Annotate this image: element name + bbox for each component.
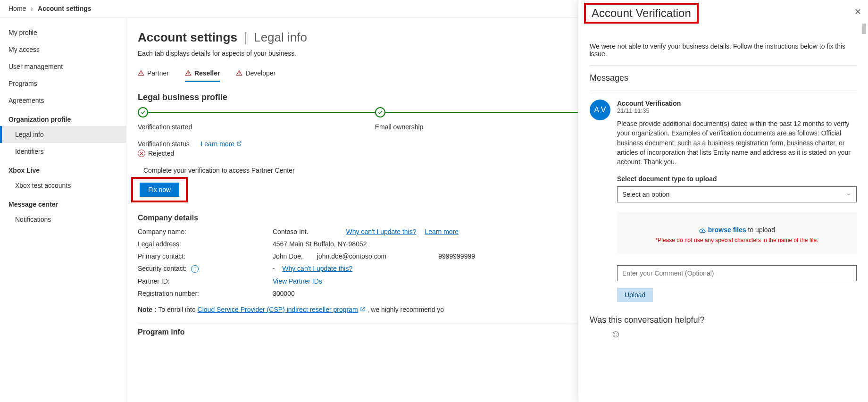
breadcrumb-separator-icon: › — [31, 5, 33, 12]
security-contact-value: - — [273, 265, 275, 272]
legal-address-label: Legal address: — [138, 240, 270, 248]
fix-now-highlight: Fix now — [131, 177, 188, 202]
tab-reseller[interactable]: Reseller — [185, 69, 220, 82]
tab-developer[interactable]: Developer — [236, 69, 275, 82]
page-title: Account settings — [138, 30, 237, 45]
title-separator: | — [244, 30, 247, 45]
company-name-label: Company name: — [138, 228, 270, 235]
helpful-prompt: Was this conversation helpful? — [590, 315, 857, 325]
primary-contact-phone: 9999999999 — [438, 252, 475, 260]
panel-title: Account Verification — [592, 7, 691, 20]
message-body: Please provide additional document(s) da… — [617, 119, 857, 167]
document-type-select[interactable]: Select an option — [617, 186, 857, 202]
csp-program-link[interactable]: Cloud Service Provider (CSP) indirect re… — [198, 306, 366, 313]
sidebar-item-xbox-test-accounts[interactable]: Xbox test accounts — [0, 177, 126, 194]
learn-more-link[interactable]: Learn more — [201, 140, 242, 148]
primary-contact-name: John Doe, — [273, 252, 303, 260]
sidebar-item-identifiers[interactable]: Identifiers — [0, 143, 126, 160]
tab-partner[interactable]: Partner — [138, 69, 169, 82]
rejected-status: Rejected — [148, 150, 174, 157]
svg-point-1 — [141, 74, 141, 75]
sidebar-header-message-center: Message center — [0, 194, 126, 211]
info-icon[interactable]: i — [191, 265, 199, 273]
panel-description: We were not able to verify your business… — [590, 42, 857, 58]
tab-label: Partner — [147, 69, 169, 77]
step-label: Email ownership — [375, 123, 612, 131]
messages-header: Messages — [590, 73, 857, 83]
sidebar-item-programs[interactable]: Programs — [0, 75, 126, 92]
breadcrumb-current: Account settings — [38, 5, 92, 12]
verification-status-label: Verification status — [138, 140, 190, 148]
sidebar-item-my-access[interactable]: My access — [0, 41, 126, 58]
svg-point-5 — [239, 74, 240, 75]
fix-now-button[interactable]: Fix now — [140, 183, 179, 197]
chevron-down-icon — [846, 192, 851, 197]
warning-icon — [185, 70, 192, 76]
dropzone-warning: *Please do not use any special character… — [626, 237, 847, 243]
check-icon — [138, 107, 148, 117]
learn-more-link-2[interactable]: Learn more — [425, 228, 459, 235]
security-contact-label: Security contact: i — [138, 265, 270, 273]
why-cant-update-link-2[interactable]: Why can't I update this? — [282, 265, 352, 272]
close-icon[interactable]: ✕ — [854, 7, 861, 17]
sidebar: My profile My access User management Pro… — [0, 17, 126, 402]
partner-id-label: Partner ID: — [138, 277, 270, 285]
sidebar-item-agreements[interactable]: Agreements — [0, 92, 126, 109]
primary-contact-label: Primary contact: — [138, 252, 270, 260]
rejected-icon — [138, 150, 145, 157]
account-verification-panel: ✕ Account Verification We were not able … — [578, 0, 868, 402]
panel-title-highlight: Account Verification — [584, 3, 699, 24]
company-name-value: Contoso Int. — [273, 228, 309, 235]
sidebar-item-user-management[interactable]: User management — [0, 58, 126, 75]
registration-number-label: Registration number: — [138, 290, 270, 297]
upload-cloud-icon — [699, 227, 706, 234]
breadcrumb-home[interactable]: Home — [8, 5, 26, 12]
sidebar-header-org-profile: Organization profile — [0, 109, 126, 126]
sidebar-header-xbox-live: Xbox Live — [0, 160, 126, 177]
message-title: Account Verification — [617, 100, 857, 107]
page-subtitle: Legal info — [254, 30, 307, 45]
sidebar-item-notifications[interactable]: Notifications — [0, 211, 126, 228]
sidebar-item-legal-info[interactable]: Legal info — [0, 126, 126, 143]
view-partner-ids-link[interactable]: View Partner IDs — [273, 277, 322, 285]
browse-files-link[interactable]: browse files — [708, 226, 746, 234]
document-type-label: Select document type to upload — [617, 175, 857, 183]
select-placeholder: Select an option — [622, 191, 669, 198]
tab-label: Developer — [245, 69, 275, 77]
external-link-icon — [236, 141, 242, 146]
message-timestamp: 21/11 11:35 — [617, 107, 857, 114]
primary-contact-email: john.doe@contoso.com — [317, 252, 386, 260]
external-link-icon — [360, 306, 366, 312]
check-icon — [375, 107, 385, 117]
tab-label: Reseller — [194, 69, 220, 77]
to-upload-text: to upload — [746, 226, 776, 234]
step-label: Verification started — [138, 123, 375, 131]
comment-input[interactable] — [617, 265, 857, 281]
file-dropzone[interactable]: browse files to upload *Please do not us… — [617, 212, 857, 253]
avatar: A V — [590, 100, 610, 120]
scrollbar-thumb[interactable] — [862, 24, 866, 34]
warning-icon — [138, 70, 144, 76]
smile-icon[interactable]: ☺ — [610, 328, 857, 340]
why-cant-update-link[interactable]: Why can't I update this? — [346, 228, 417, 235]
svg-point-3 — [188, 74, 188, 75]
upload-button[interactable]: Upload — [617, 288, 653, 302]
sidebar-item-my-profile[interactable]: My profile — [0, 24, 126, 41]
warning-icon — [236, 70, 242, 76]
